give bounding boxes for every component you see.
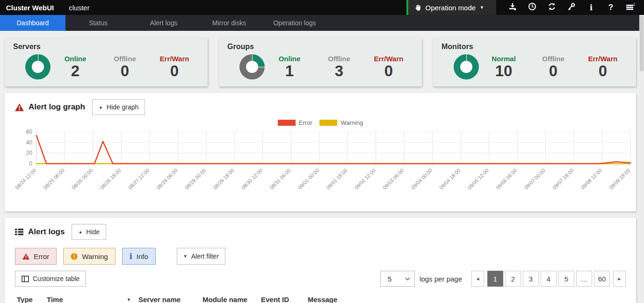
- tab-mirror-disks[interactable]: Mirror disks: [196, 15, 262, 31]
- chevron-down-icon: [405, 277, 410, 281]
- pager-ellipsis[interactable]: …: [576, 271, 592, 287]
- tab-operation-logs[interactable]: Operation logs: [262, 15, 327, 31]
- chevron-up-icon: ▲: [99, 105, 103, 109]
- tab-status[interactable]: Status: [65, 15, 131, 31]
- alert-log-chart: 020406008/24 12:0008/25 06:0008/26 00:00…: [10, 127, 632, 202]
- graph-panel-header: Alert log graph ▲ Hide graph: [5, 93, 636, 115]
- svg-text:09/03 06:00: 09/03 06:00: [382, 167, 405, 191]
- card-groups: GroupsOnline1Offline3Err/Warn0: [219, 38, 422, 87]
- donut-hole: [460, 61, 472, 73]
- pager-page-3[interactable]: 3: [523, 271, 539, 287]
- pager-page-2[interactable]: 2: [505, 271, 521, 287]
- svg-text:60: 60: [26, 129, 33, 135]
- help-button[interactable]: ?: [601, 0, 621, 15]
- app-title: Cluster WebUI: [6, 4, 54, 12]
- chart-legend: ErrorWarning: [5, 119, 636, 126]
- alert-triangle-icon: [15, 103, 24, 111]
- stat-value: 3: [314, 63, 364, 79]
- stat-label: Online: [51, 55, 100, 63]
- stat-label: Err/Warn: [364, 55, 413, 63]
- hide-logs-button[interactable]: ▲ Hide: [72, 224, 106, 240]
- table-controls-row: Customize table 5 logs per page ◂12345…6…: [15, 271, 626, 287]
- column-header-module-name[interactable]: Module name: [203, 296, 261, 303]
- manual-icon: i: [626, 3, 635, 13]
- svg-text:08/24 12:00: 08/24 12:00: [14, 167, 37, 191]
- info-icon: i: [590, 3, 593, 12]
- card-title: Monitors: [441, 43, 628, 51]
- tab-alert-logs[interactable]: Alert logs: [131, 15, 196, 31]
- stat-online: Online1: [265, 55, 314, 79]
- stat-value: 0: [528, 63, 578, 79]
- donut-chart: [454, 54, 479, 79]
- card-body: Online2Offline0Err/Warn0: [13, 54, 199, 79]
- column-header-time[interactable]: Time▼: [47, 296, 138, 303]
- key-button[interactable]: [562, 0, 581, 15]
- column-label: Module name: [203, 296, 247, 303]
- pager-prev-button[interactable]: ◂: [471, 271, 484, 287]
- donut-hole: [246, 61, 258, 73]
- info-button[interactable]: i: [581, 0, 601, 15]
- download-button[interactable]: [503, 0, 522, 15]
- filter-label: Error: [34, 252, 49, 260]
- table-columns-icon: [22, 275, 29, 282]
- log-filter-row: ErrorWarningiInfo▼Alert filter: [15, 248, 636, 265]
- svg-text:08/26 00:00: 08/26 00:00: [71, 167, 94, 191]
- stat-label: Offline: [314, 55, 364, 63]
- pager-page-4[interactable]: 4: [541, 271, 557, 287]
- column-header-type[interactable]: Type: [17, 296, 47, 303]
- alert-log-graph-panel: Alert log graph ▲ Hide graph ErrorWarnin…: [5, 93, 636, 211]
- pager-page-5[interactable]: 5: [558, 271, 574, 287]
- operation-mode-dropdown[interactable]: Operation mode ▼: [406, 0, 497, 15]
- vertical-scrollbar[interactable]: [639, 15, 644, 303]
- svg-text:09/04 18:00: 09/04 18:00: [438, 167, 462, 191]
- pager-page-1[interactable]: 1: [487, 271, 503, 287]
- column-header-event-id[interactable]: Event ID: [261, 296, 308, 303]
- info-filter-button[interactable]: iInfo: [122, 248, 156, 265]
- logs-per-page-select[interactable]: 5: [380, 271, 415, 287]
- filter-label: Info: [137, 252, 148, 260]
- column-label: Event ID: [261, 296, 289, 303]
- stat-label: Err/Warn: [150, 55, 199, 63]
- donut-chart: [25, 54, 51, 79]
- svg-text:09/08 12:00: 09/08 12:00: [579, 167, 603, 191]
- stat-offline: Offline0: [528, 55, 578, 79]
- stat-offline: Offline3: [314, 55, 364, 79]
- filter-label: Warning: [82, 252, 108, 260]
- alert-filter-button[interactable]: ▼Alert filter: [177, 248, 225, 265]
- legend-label: Error: [299, 119, 312, 126]
- svg-text:0: 0: [29, 160, 32, 167]
- clock-icon: [528, 2, 536, 13]
- manual-button[interactable]: i: [621, 0, 640, 15]
- svg-text:08/29 18:00: 08/29 18:00: [212, 167, 235, 191]
- logs-panel-header: Alert logs ▲ Hide: [5, 218, 636, 240]
- tab-dashboard[interactable]: Dashboard: [0, 15, 65, 31]
- refresh-button[interactable]: [542, 0, 562, 15]
- column-header-server-name[interactable]: Server name: [138, 296, 203, 303]
- warning-circle-icon: [71, 253, 78, 260]
- card-body: Online1Offline3Err/Warn0: [227, 54, 413, 79]
- sort-desc-icon: ▼: [127, 297, 131, 302]
- hide-graph-button[interactable]: ▲ Hide graph: [92, 99, 145, 115]
- error-filter-button[interactable]: Error: [15, 248, 57, 265]
- pager-next-button[interactable]: ▸: [613, 271, 626, 287]
- card-monitors: MonitorsNormal10Offline0Err/Warn0: [433, 38, 636, 87]
- legend-swatch: [278, 120, 296, 126]
- svg-text:08/28 06:00: 08/28 06:00: [155, 167, 179, 191]
- svg-text:08/31 06:00: 08/31 06:00: [268, 167, 292, 191]
- svg-text:09/09 18:00: 09/09 18:00: [608, 167, 631, 191]
- column-header-message[interactable]: Message: [308, 296, 448, 303]
- hide-graph-label: Hide graph: [107, 103, 139, 111]
- customize-table-button[interactable]: Customize table: [15, 271, 86, 287]
- alert-log-table-header: TypeTime▼Server nameModule nameEvent IDM…: [17, 296, 626, 303]
- legend-label: Warning: [340, 119, 363, 126]
- pagination-controls: 5 logs per page ◂12345…60▸: [380, 271, 626, 287]
- stat-err-warn: Err/Warn0: [578, 55, 628, 79]
- svg-text:09/02 12:00: 09/02 12:00: [354, 167, 377, 191]
- scrollbar-thumb[interactable]: [640, 16, 644, 71]
- warning-filter-button[interactable]: Warning: [63, 248, 115, 265]
- clock-button[interactable]: [522, 0, 542, 15]
- stat-label: Offline: [100, 55, 150, 63]
- info-letter-icon: i: [130, 252, 132, 261]
- pager-page-60[interactable]: 60: [594, 271, 610, 287]
- svg-text:09/07 18:00: 09/07 18:00: [551, 167, 575, 191]
